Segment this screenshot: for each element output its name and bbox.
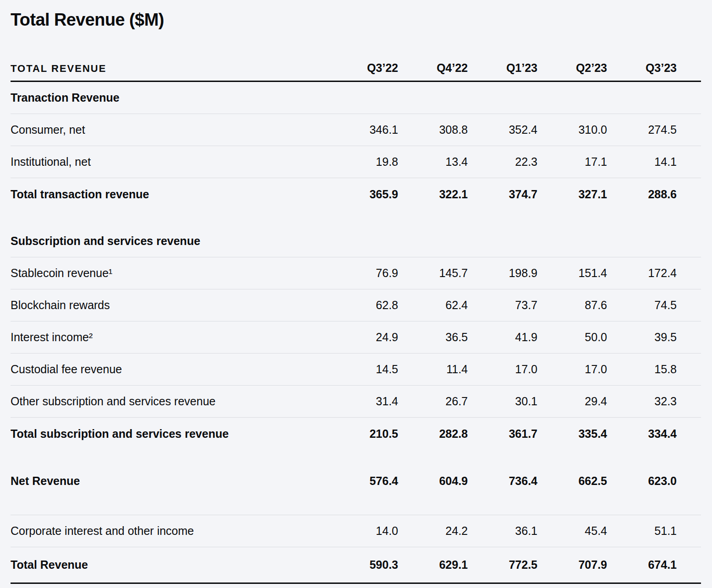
- cell-value: 17.0: [468, 363, 537, 376]
- column-header-q2-23: Q2’23: [537, 61, 607, 75]
- cell-value: 365.9: [329, 188, 398, 201]
- row-label: Stablecoin revenue¹: [11, 267, 329, 280]
- row-label: Total subscription and services revenue: [11, 427, 329, 441]
- table-header-row: TOTAL REVENUE Q3’22 Q4’22 Q1’23 Q2’23 Q3…: [11, 29, 701, 82]
- cell-value: 623.0: [607, 474, 701, 488]
- cell-value: 346.1: [329, 123, 398, 136]
- section-header-row: Subscription and services revenue: [11, 225, 701, 257]
- cell-value: 352.4: [468, 123, 537, 136]
- table-row: Interest income²24.936.541.950.039.5: [11, 321, 701, 354]
- cell-value: 334.4: [607, 427, 701, 441]
- cell-value: 45.4: [537, 524, 607, 538]
- table-row: Total Revenue590.3629.1772.5707.9674.1: [11, 547, 701, 584]
- cell-value: 39.5: [607, 331, 701, 344]
- cell-value: 707.9: [537, 558, 607, 572]
- cell-value: 62.4: [398, 299, 468, 312]
- cell-value: 772.5: [468, 558, 537, 572]
- table-header-label: TOTAL REVENUE: [11, 63, 329, 75]
- cell-value: 29.4: [537, 395, 607, 408]
- cell-value: 662.5: [537, 474, 607, 488]
- row-label: Subscription and services revenue: [11, 234, 329, 248]
- cell-value: 14.5: [329, 363, 398, 376]
- cell-value: 74.5: [607, 299, 701, 312]
- row-label: Tranaction Revenue: [11, 91, 329, 104]
- cell-value: 26.7: [398, 395, 468, 408]
- revenue-table: TOTAL REVENUE Q3’22 Q4’22 Q1’23 Q2’23 Q3…: [11, 29, 701, 584]
- row-label: Net Revenue: [11, 474, 329, 488]
- row-label: Total Revenue: [11, 558, 329, 572]
- cell-value: 308.8: [398, 123, 468, 136]
- cell-value: 17.0: [537, 363, 607, 376]
- cell-value: 14.0: [329, 524, 398, 538]
- row-label: Consumer, net: [11, 123, 329, 136]
- cell-value: 374.7: [468, 188, 537, 201]
- table-row: Total subscription and services revenue2…: [11, 418, 701, 450]
- table-row: Other subscription and services revenue3…: [11, 386, 701, 418]
- cell-value: 36.1: [468, 524, 537, 538]
- cell-value: 87.6: [537, 299, 607, 312]
- table-row: Blockchain rewards62.862.473.787.674.5: [11, 289, 701, 321]
- table-row: Corporate interest and other income14.02…: [11, 515, 701, 547]
- cell-value: 17.1: [537, 155, 607, 169]
- page-title: Total Revenue ($M): [11, 0, 701, 29]
- cell-value: 335.4: [537, 427, 607, 441]
- cell-value: 22.3: [468, 155, 537, 169]
- row-label: Interest income²: [11, 331, 329, 344]
- cell-value: 62.8: [329, 299, 398, 312]
- cell-value: 14.1: [607, 155, 701, 169]
- cell-value: 274.5: [607, 123, 701, 136]
- row-label: Blockchain rewards: [11, 299, 329, 312]
- section-gap: [11, 210, 701, 225]
- cell-value: 327.1: [537, 188, 607, 201]
- cell-value: 310.0: [537, 123, 607, 136]
- cell-value: 151.4: [537, 267, 607, 280]
- cell-value: 322.1: [398, 188, 468, 201]
- row-label: Custodial fee revenue: [11, 363, 329, 376]
- cell-value: 32.3: [607, 395, 701, 408]
- cell-value: 361.7: [468, 427, 537, 441]
- table-body: Tranaction RevenueConsumer, net346.1308.…: [11, 82, 701, 584]
- cell-value: 736.4: [468, 474, 537, 488]
- column-header-q3-23: Q3’23: [607, 61, 701, 75]
- cell-value: 19.8: [329, 155, 398, 169]
- cell-value: 674.1: [607, 558, 701, 572]
- cell-value: 51.1: [607, 524, 701, 538]
- section-gap: [11, 497, 701, 515]
- table-row: Custodial fee revenue14.511.417.017.015.…: [11, 354, 701, 386]
- cell-value: 282.8: [398, 427, 468, 441]
- cell-value: 11.4: [398, 363, 468, 376]
- cell-value: 13.4: [398, 155, 468, 169]
- cell-value: 198.9: [468, 267, 537, 280]
- table-row: Stablecoin revenue¹76.9145.7198.9151.417…: [11, 257, 701, 289]
- table-row: Consumer, net346.1308.8352.4310.0274.5: [11, 114, 701, 146]
- row-label: Total transaction revenue: [11, 188, 329, 201]
- row-label: Other subscription and services revenue: [11, 395, 329, 408]
- row-label: Institutional, net: [11, 155, 329, 169]
- table-row: Institutional, net19.813.422.317.114.1: [11, 146, 701, 178]
- section-header-row: Tranaction Revenue: [11, 82, 701, 114]
- cell-value: 76.9: [329, 267, 398, 280]
- section-gap: [11, 450, 701, 465]
- revenue-table-page: Total Revenue ($M) TOTAL REVENUE Q3’22 Q…: [0, 0, 712, 588]
- cell-value: 590.3: [329, 558, 398, 572]
- cell-value: 50.0: [537, 331, 607, 344]
- column-header-q3-22: Q3’22: [329, 61, 398, 75]
- cell-value: 145.7: [398, 267, 468, 280]
- cell-value: 73.7: [468, 299, 537, 312]
- cell-value: 41.9: [468, 331, 537, 344]
- cell-value: 210.5: [329, 427, 398, 441]
- cell-value: 172.4: [607, 267, 701, 280]
- cell-value: 31.4: [329, 395, 398, 408]
- cell-value: 629.1: [398, 558, 468, 572]
- cell-value: 604.9: [398, 474, 468, 488]
- column-header-q1-23: Q1’23: [468, 61, 537, 75]
- cell-value: 36.5: [398, 331, 468, 344]
- cell-value: 288.6: [607, 188, 701, 201]
- cell-value: 24.9: [329, 331, 398, 344]
- column-header-q4-22: Q4’22: [398, 61, 468, 75]
- cell-value: 30.1: [468, 395, 537, 408]
- cell-value: 576.4: [329, 474, 398, 488]
- table-row: Total transaction revenue365.9322.1374.7…: [11, 178, 701, 210]
- cell-value: 15.8: [607, 363, 701, 376]
- table-row: Net Revenue576.4604.9736.4662.5623.0: [11, 465, 701, 497]
